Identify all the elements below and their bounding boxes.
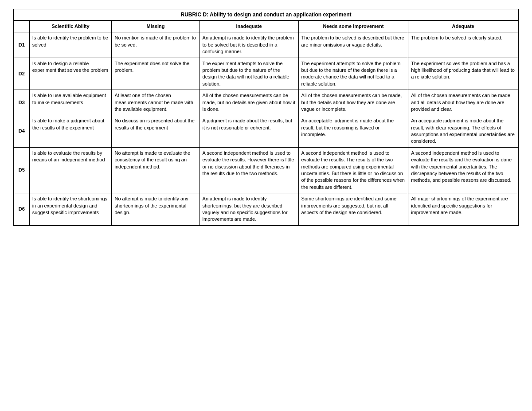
inadequate-d1: An attempt is made to identify the probl… [200, 32, 298, 58]
rubric-table: Scientific Ability Missing Inadequate Ne… [14, 20, 518, 226]
needs-d6: Some shortcomings are identified and som… [298, 193, 408, 226]
rubric-container: RUBRIC D: Ability to design and conduct … [13, 9, 519, 226]
missing-d3: At least one of the chosen measurements … [112, 90, 200, 115]
header-adequate: Adequate [408, 21, 518, 32]
rubric-title: RUBRIC D: Ability to design and conduct … [14, 9, 518, 20]
row-label-d6: D6 [14, 193, 30, 226]
ability-d5: Is able to evaluate the results by means… [29, 147, 112, 193]
needs-d3: All of the chosen measurements can be ma… [298, 90, 408, 115]
adequate-d2: The experiment solves the problem and ha… [408, 58, 518, 90]
adequate-d3: All of the chosen measurements can be ma… [408, 90, 518, 115]
row-label-d1: D1 [14, 32, 30, 58]
ability-d3: Is able to use available equipment to ma… [29, 90, 112, 115]
ability-d2: Is able to design a reliable experiment … [29, 58, 112, 90]
header-row: Scientific Ability Missing Inadequate Ne… [14, 21, 518, 32]
inadequate-d3: All of the chosen measurements can be ma… [200, 90, 298, 115]
missing-d1: No mention is made of the problem to be … [112, 32, 200, 58]
row-label-d5: D5 [14, 147, 30, 193]
table-row: D3Is able to use available equipment to … [14, 90, 518, 115]
ability-d1: Is able to identify the problem to be so… [29, 32, 112, 58]
row-label-d4: D4 [14, 115, 30, 148]
table-row: D6Is able to identify the shortcomings i… [14, 193, 518, 226]
table-row: D2Is able to design a reliable experimen… [14, 58, 518, 90]
header-needs-improvement: Needs some improvement [298, 21, 408, 32]
header-inadequate: Inadequate [200, 21, 298, 32]
missing-d4: No discussion is presented about the res… [112, 115, 200, 148]
header-scientific-ability: Scientific Ability [29, 21, 112, 32]
table-row: D5Is able to evaluate the results by mea… [14, 147, 518, 193]
needs-d4: An acceptable judgment is made about the… [298, 115, 408, 148]
ability-d4: Is able to make a judgment about the res… [29, 115, 112, 148]
inadequate-d4: A judgment is made about the results, bu… [200, 115, 298, 148]
inadequate-d6: An attempt is made to identify shortcomi… [200, 193, 298, 226]
row-label-d3: D3 [14, 90, 30, 115]
missing-d2: The experiment does not solve the proble… [112, 58, 200, 90]
needs-d1: The problem to be solved is described bu… [298, 32, 408, 58]
needs-d5: A second independent method is used to e… [298, 147, 408, 193]
row-label-d2: D2 [14, 58, 30, 90]
table-row: D4Is able to make a judgment about the r… [14, 115, 518, 148]
adequate-d1: The problem to be solved is clearly stat… [408, 32, 518, 58]
missing-d5: No attempt is made to evaluate the consi… [112, 147, 200, 193]
adequate-d6: All major shortcomings of the experiment… [408, 193, 518, 226]
table-row: D1Is able to identify the problem to be … [14, 32, 518, 58]
inadequate-d5: A second independent method is used to e… [200, 147, 298, 193]
missing-d6: No attempt is made to identify any short… [112, 193, 200, 226]
header-empty [14, 21, 30, 32]
adequate-d4: An acceptable judgment is made about the… [408, 115, 518, 148]
ability-d6: Is able to identify the shortcomings in … [29, 193, 112, 226]
header-missing: Missing [112, 21, 200, 32]
adequate-d5: A second independent method is used to e… [408, 147, 518, 193]
inadequate-d2: The experiment attempts to solve the pro… [200, 58, 298, 90]
needs-d2: The experiment attempts to solve the pro… [298, 58, 408, 90]
